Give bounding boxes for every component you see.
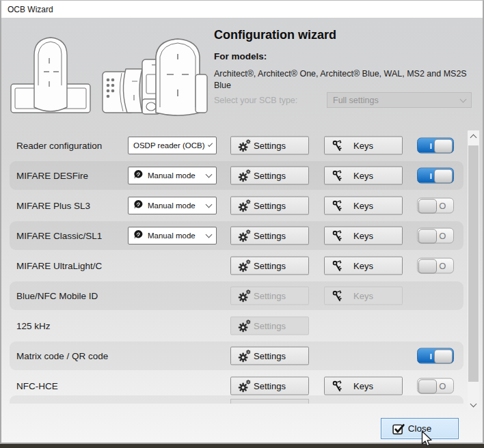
keys-button-label: Keys xyxy=(353,201,373,211)
scrollbar-thumb[interactable] xyxy=(468,145,479,382)
manual-mode-icon xyxy=(133,199,144,212)
mode-dropdown[interactable]: Manual mode xyxy=(128,227,217,244)
enable-toggle[interactable]: I xyxy=(417,138,454,154)
wizard-header: Configuration wizard For models: Archite… xyxy=(214,28,475,92)
toggle-state-symbol: I xyxy=(430,171,432,180)
keys-icon xyxy=(332,380,344,392)
toggle-state-symbol: O xyxy=(439,201,446,211)
keys-button-label: Keys xyxy=(353,231,373,241)
config-rows: Reader configuration OSDP reader (OCB) S… xyxy=(1,130,468,410)
page-title: Configuration wizard xyxy=(214,28,475,42)
gear-icon xyxy=(238,260,251,272)
settings-button[interactable]: Settings xyxy=(230,137,309,155)
dropdown-value: Manual mode xyxy=(148,232,196,240)
settings-button[interactable] xyxy=(230,399,309,404)
config-row: Blue/NFC Mobile ID Settings Keys xyxy=(1,281,468,311)
close-button[interactable]: Close xyxy=(381,418,459,439)
settings-button[interactable]: Settings xyxy=(230,197,309,215)
settings-button[interactable]: Settings xyxy=(230,287,309,305)
settings-button-label: Settings xyxy=(254,201,286,211)
manual-mode-icon xyxy=(133,229,144,242)
chevron-down-icon xyxy=(470,400,477,407)
scb-type-label: Select your SCB type: xyxy=(214,96,297,105)
row-label: Blue/NFC Mobile ID xyxy=(16,291,98,301)
keys-button[interactable]: Keys xyxy=(324,197,403,215)
row-label: 125 kHz xyxy=(16,321,51,331)
scb-type-dropdown[interactable]: Full settings xyxy=(327,92,472,108)
toggle-knob xyxy=(418,260,437,274)
enable-toggle[interactable]: I xyxy=(417,168,454,184)
settings-button-label: Settings xyxy=(254,351,286,361)
settings-button[interactable]: Settings xyxy=(230,377,309,395)
toggle-state-symbol: I xyxy=(430,141,432,150)
row-label: MIFARE DESFire xyxy=(16,171,88,181)
row-label: Matrix code / QR code xyxy=(16,351,108,361)
toggle-state-symbol: O xyxy=(439,231,446,241)
toggle-state-symbol: O xyxy=(439,381,446,391)
settings-button-label: Settings xyxy=(254,141,286,151)
chevron-up-icon xyxy=(470,134,477,141)
toggle-knob xyxy=(418,229,437,244)
gear-icon xyxy=(238,320,251,333)
ocb-wizard-dialog: OCB Wizard xyxy=(0,0,484,444)
window-title: OCB Wizard xyxy=(8,5,53,14)
enable-toggle[interactable]: O xyxy=(417,198,454,214)
enable-toggle[interactable]: O xyxy=(417,378,454,394)
config-row: MIFARE UltraLight/C Settings Keys O xyxy=(1,251,468,281)
keys-button[interactable]: Keys xyxy=(324,377,403,395)
keys-icon xyxy=(332,290,344,302)
mode-dropdown[interactable]: Manual mode xyxy=(128,167,217,184)
enable-toggle[interactable]: I xyxy=(417,348,454,364)
row-label: MIFARE Classic/SL1 xyxy=(16,231,102,241)
mode-dropdown[interactable]: Manual mode xyxy=(128,197,217,214)
settings-button[interactable]: Settings xyxy=(230,167,309,185)
row-label: NFC-HCE xyxy=(16,381,58,391)
chevron-down-icon xyxy=(460,96,467,102)
settings-button-label: Settings xyxy=(254,171,286,181)
config-row: Matrix code / QR code Settings I xyxy=(1,341,468,371)
manual-mode-icon xyxy=(133,169,144,182)
settings-button[interactable]: Settings xyxy=(230,347,309,365)
config-row-partial xyxy=(1,394,468,404)
keys-button[interactable]: Keys xyxy=(324,167,403,185)
toggle-state-symbol: O xyxy=(439,261,446,271)
reader-devices-illustration xyxy=(8,32,208,125)
checkbox-check-icon xyxy=(392,421,406,436)
settings-button[interactable]: Settings xyxy=(230,227,309,245)
chevron-down-icon xyxy=(206,171,213,178)
scroll-up-button[interactable] xyxy=(468,130,479,142)
scrollbar[interactable] xyxy=(468,130,479,410)
toggle-knob xyxy=(434,139,453,154)
keys-button[interactable]: Keys xyxy=(324,287,403,305)
row-label: MIFARE Plus SL3 xyxy=(16,201,90,211)
config-row: MIFARE Plus SL3 Manual mode Settings Key… xyxy=(1,191,468,221)
keys-button-label: Keys xyxy=(353,381,373,391)
chevron-down-icon xyxy=(206,201,213,208)
settings-button[interactable]: Settings xyxy=(230,257,309,275)
screen: OCB Wizard xyxy=(0,0,484,448)
config-row: MIFARE DESFire Manual mode Settings Keys… xyxy=(1,160,468,191)
settings-button[interactable]: Settings xyxy=(230,317,309,335)
keys-icon xyxy=(332,229,344,242)
enable-toggle[interactable]: O xyxy=(417,258,454,274)
dialog-content: Configuration wizard For models: Archite… xyxy=(1,18,483,443)
settings-button-label: Settings xyxy=(254,321,286,331)
settings-button-label: Settings xyxy=(254,291,286,301)
chevron-down-icon xyxy=(208,142,213,147)
keys-button[interactable]: Keys xyxy=(324,137,403,155)
keys-button-label: Keys xyxy=(353,171,373,181)
toggle-state-symbol: I xyxy=(430,352,432,360)
gear-icon xyxy=(238,229,251,242)
keys-button-label: Keys xyxy=(353,261,373,271)
dropdown-value: Manual mode xyxy=(148,201,196,210)
models-list: Architect®, Architect® One, Architect® B… xyxy=(214,68,468,92)
keys-button[interactable]: Keys xyxy=(324,257,403,275)
enable-toggle[interactable]: O xyxy=(417,228,454,244)
dropdown-value: OSDP reader (OCB) xyxy=(133,141,205,150)
config-row: Reader configuration OSDP reader (OCB) S… xyxy=(1,130,468,160)
toggle-knob xyxy=(418,199,437,214)
gear-icon xyxy=(238,350,251,363)
scroll-down-button[interactable] xyxy=(468,399,479,410)
keys-button[interactable]: Keys xyxy=(324,227,403,245)
mode-dropdown[interactable]: OSDP reader (OCB) xyxy=(128,137,217,154)
